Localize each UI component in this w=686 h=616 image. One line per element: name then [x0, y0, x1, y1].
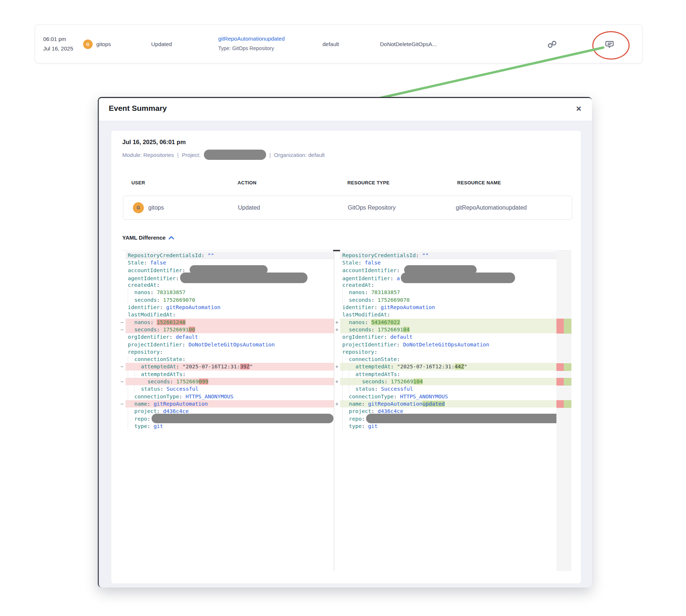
close-icon[interactable]: ✕ [576, 104, 582, 114]
diff-token: gitRepoAutomation [381, 304, 435, 310]
diff-token: 1752669070 [163, 297, 195, 303]
chain-link-icon[interactable] [547, 40, 557, 49]
diff-line: attemptedAtTs: [340, 371, 556, 378]
diff-token: 783183857 [371, 289, 400, 295]
minimap-deletion-mark [556, 319, 564, 326]
diff-token: RepositoryCredentialsId [342, 252, 416, 258]
modal-title: Event Summary [109, 104, 167, 113]
fold-collapse-marker[interactable] [333, 250, 340, 251]
diff-pane-new: RepositoryCredentialsId: ""Stale: falsea… [340, 251, 556, 571]
diff-token: "2025-07-16T12:31: [183, 364, 240, 369]
diff-token: : [160, 386, 166, 392]
minimap-deletion-mark [556, 363, 564, 371]
event-summary-modal: Event Summary ✕ Jul 16, 2025, 06:01 pm M… [98, 97, 592, 587]
diff-token: gitRepoAutomation [368, 401, 422, 407]
minimap-addition-mark [564, 400, 571, 408]
avatar: G [133, 202, 144, 213]
diff-token: RepositoryCredentialsId [128, 252, 201, 258]
indent-guide [128, 356, 134, 363]
diff-line: status: Successful [126, 385, 334, 392]
diff-token: connectionState [134, 356, 182, 362]
diff-token: : [160, 304, 166, 310]
row-resource-name: gitRepoAutomationupdated [456, 204, 527, 211]
diff-token: " [250, 364, 253, 369]
indent-guide [342, 422, 349, 430]
diff-change-sign: + [335, 326, 338, 333]
minimap-deletion-mark [556, 326, 564, 334]
diff-token: : [157, 408, 163, 414]
minimap-addition-mark [564, 378, 571, 386]
diff-token: d436c4ce [163, 408, 189, 414]
diff-token: identifier [128, 304, 160, 310]
diff-token: orgIdentifier [342, 334, 384, 340]
diff-change-sign: − [120, 363, 123, 370]
diff-token: 17526691 [163, 327, 189, 333]
indent-guide [141, 378, 148, 385]
diff-token: : [374, 386, 381, 392]
indent-guide [128, 400, 134, 407]
indent-guide [349, 378, 355, 385]
diff-token: : [397, 356, 400, 362]
diff-overview-minimap[interactable] [556, 251, 571, 571]
diff-token: 1752669070 [378, 297, 410, 303]
yaml-difference-toggle[interactable]: YAML Difference [122, 234, 174, 241]
diff-token: repository [342, 349, 374, 355]
diff-line: repo: [340, 415, 556, 422]
diff-token: : [201, 252, 208, 258]
diff-change-sign: − [120, 319, 123, 326]
diff-token: lastModifiedAt [342, 312, 387, 318]
diff-token: Stale [128, 260, 144, 266]
diff-line: connectionType: HTTPS_ANONYMOUS [340, 393, 556, 400]
diff-token: : [170, 379, 176, 384]
diff-token: HTTPS_ANONYMOUS [400, 394, 448, 399]
diff-token: connectionState [349, 356, 397, 362]
action-label: Updated [151, 41, 172, 47]
diff-token: : [160, 349, 163, 355]
diff-token: projectIdentifier [342, 342, 396, 348]
diff-token: 783183857 [157, 289, 186, 295]
diff-token: 543467022 [371, 319, 400, 325]
diff-token: "" [422, 252, 428, 258]
meta-organization: Organization: default [274, 152, 325, 158]
indent-guide [349, 385, 355, 392]
indent-guide [349, 371, 355, 378]
diff-line: agentIdentifier: [126, 274, 334, 281]
diff-token: : [365, 289, 371, 295]
indent-guide [128, 415, 134, 422]
diff-token: : [157, 327, 163, 333]
diff-line: +nanos: 543467022 [340, 319, 556, 326]
avatar: G [83, 40, 93, 49]
diff-line: −seconds: 1752669100 [126, 326, 334, 333]
diff-token: status [141, 386, 160, 392]
diff-pane-divider[interactable] [334, 251, 334, 571]
diff-token: : [176, 364, 182, 369]
diff-token: : [183, 371, 186, 377]
resource-name-link[interactable]: gitRepoAutomationupdated [218, 34, 285, 44]
indent-guide [342, 415, 349, 422]
diff-token: type [134, 423, 147, 429]
diff-line: connectionType: HTTPS_ANONYMOUS [126, 393, 334, 400]
indent-guide [128, 393, 134, 400]
minimap-addition-mark [564, 319, 571, 326]
modal-header: Event Summary ✕ [99, 98, 592, 121]
diff-token: false [150, 260, 166, 266]
indent-guide [128, 422, 134, 430]
indent-guide [349, 363, 355, 370]
indent-guide [342, 319, 349, 326]
diff-token: : [365, 319, 371, 325]
diff-token: default [176, 334, 198, 340]
diff-token: 099 [199, 379, 208, 384]
diff-line: +seconds: 1752669104 [340, 378, 556, 385]
diff-token: : [384, 334, 390, 340]
diff-token: "2025-07-16T12:31: [397, 364, 455, 369]
diff-line: connectionState: [340, 356, 556, 363]
diff-token: DoNotDeleteGitOpsAutomation [189, 342, 275, 348]
indent-guide [128, 326, 134, 333]
diff-token: : [169, 334, 176, 340]
yaml-difference-label: YAML Difference [122, 234, 165, 241]
indent-guide [128, 385, 134, 392]
diff-line: createdAt: [340, 281, 556, 289]
diff-line: repository: [340, 348, 556, 356]
diff-token: identifier [342, 304, 374, 310]
diff-line: repository: [126, 348, 334, 356]
